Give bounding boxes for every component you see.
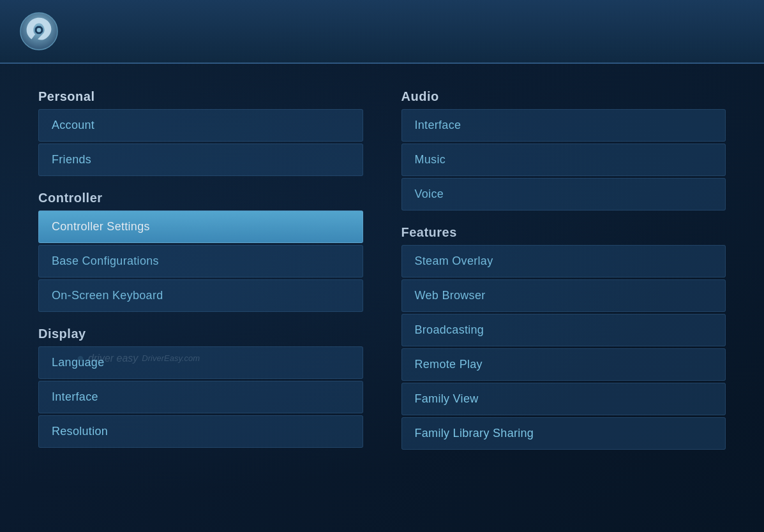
settings-header bbox=[0, 0, 764, 64]
section-label-personal: Personal bbox=[38, 89, 363, 104]
menu-item-family-view[interactable]: Family View bbox=[401, 383, 726, 415]
watermark-subtext: DriverEasy.com bbox=[142, 353, 200, 363]
menu-item-account[interactable]: Account bbox=[38, 109, 363, 142]
section-label-features: Features bbox=[401, 225, 726, 240]
menu-item-voice[interactable]: Voice bbox=[401, 178, 726, 211]
menu-item-resolution[interactable]: Resolution bbox=[38, 415, 363, 448]
svg-point-2 bbox=[37, 28, 41, 33]
menu-item-interface[interactable]: Interface bbox=[38, 381, 363, 413]
menu-item-web-browser[interactable]: Web Browser bbox=[401, 279, 726, 312]
menu-item-remote-play[interactable]: Remote Play bbox=[401, 348, 726, 381]
menu-item-audio-interface[interactable]: Interface bbox=[401, 109, 726, 142]
watermark: ● driver easy DriverEasy.com bbox=[77, 351, 200, 366]
main-content: PersonalAccountFriendsControllerControll… bbox=[0, 64, 764, 532]
menu-item-family-library-sharing[interactable]: Family Library Sharing bbox=[401, 417, 726, 450]
menu-item-on-screen-keyboard[interactable]: On-Screen Keyboard bbox=[38, 279, 363, 312]
watermark-icon: ● bbox=[77, 351, 84, 366]
steam-logo-icon bbox=[19, 11, 59, 51]
section-label-display: Display bbox=[38, 327, 363, 341]
menu-item-broadcasting[interactable]: Broadcasting bbox=[401, 314, 726, 346]
section-label-audio: Audio bbox=[401, 89, 726, 104]
menu-item-friends[interactable]: Friends bbox=[38, 144, 363, 176]
section-label-controller: Controller bbox=[38, 191, 363, 205]
menu-item-base-configurations[interactable]: Base Configurations bbox=[38, 245, 363, 277]
watermark-text: driver easy bbox=[88, 353, 138, 364]
left-column: PersonalAccountFriendsControllerControll… bbox=[38, 89, 363, 506]
menu-item-steam-overlay[interactable]: Steam Overlay bbox=[401, 245, 726, 277]
right-column: AudioInterfaceMusicVoiceFeaturesSteam Ov… bbox=[401, 89, 726, 506]
menu-item-music[interactable]: Music bbox=[401, 144, 726, 176]
menu-item-controller-settings[interactable]: Controller Settings bbox=[38, 211, 363, 243]
